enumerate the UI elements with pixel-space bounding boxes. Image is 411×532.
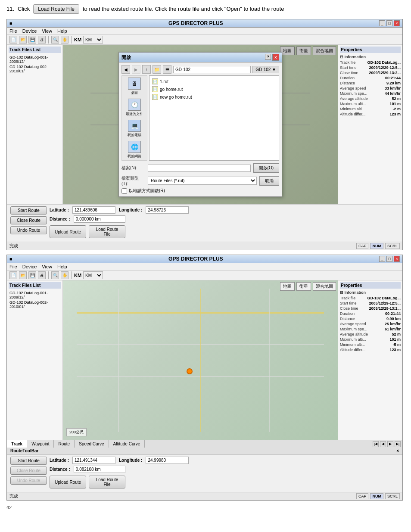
menu-help-2[interactable]: Help	[57, 264, 67, 269]
window-title-1: GPS DIRECTOR PLUS	[12, 20, 379, 26]
tab-waypoint[interactable]: Waypoint	[27, 440, 54, 448]
dialog-list-btn[interactable]: ☰	[163, 65, 171, 74]
file-item-0[interactable]: 📄 1.rut	[151, 78, 277, 85]
toolbar-save-icon[interactable]: 💾	[28, 36, 36, 44]
undo-route-btn-2[interactable]: Undo Route	[10, 476, 47, 485]
dialog-question-btn[interactable]: ?	[265, 54, 271, 60]
tb-save-2[interactable]: 💾	[28, 271, 36, 279]
load-route-file-btn-2[interactable]: Load Route File	[89, 476, 125, 488]
filetype-select[interactable]: Route Files (*.rut)	[148, 177, 257, 185]
dialog-up-btn[interactable]: ↑	[142, 65, 151, 74]
tb-open-2[interactable]: 📂	[19, 271, 27, 279]
file-item-1[interactable]: 📄 go home.rut	[151, 85, 277, 93]
center-map-1: 地圖 衛星 混合地圖 開啟 ? ×	[63, 45, 338, 204]
shortcut-desktop[interactable]: 🖥 桌面	[128, 78, 141, 95]
dialog-fwd-btn[interactable]: ▶	[132, 65, 140, 74]
tab-altitude-curve[interactable]: Altitude Curve	[109, 440, 145, 448]
tab-route[interactable]: Route	[54, 440, 75, 448]
shortcut-recent[interactable]: 🕐 最近的文件	[126, 99, 143, 116]
start-route-btn-1[interactable]: Start Route	[10, 206, 47, 215]
props-duration-1: Duration 00:21:44	[340, 75, 401, 81]
map-btn-hybrid-2[interactable]: 混合地圖	[313, 282, 336, 291]
tab-track[interactable]: Track	[7, 440, 27, 448]
load-route-file-btn-1[interactable]: Load Route File	[89, 225, 125, 238]
mypc-icon: 💻	[128, 120, 141, 132]
close-route-btn-2[interactable]: Close Route	[10, 467, 47, 475]
maximize-btn-1[interactable]: □	[386, 20, 392, 26]
map-btn-sat-2[interactable]: 衛星	[296, 282, 311, 291]
tabs-nav: |◀ ◀ ▶ ▶|	[371, 440, 402, 448]
track-file-2b[interactable]: GD-102 DataLog-002-2010/01/	[9, 300, 61, 309]
toolbar-new-icon[interactable]: 📄	[9, 36, 17, 44]
toolbar-unit-select-1[interactable]: KM MILE	[83, 36, 103, 44]
dialog-close-btn[interactable]: ×	[272, 54, 279, 61]
menu-help-1[interactable]: Help	[57, 28, 67, 34]
tab-speed-curve[interactable]: Speed Curve	[75, 440, 109, 448]
tab-nav-first[interactable]: |◀	[373, 441, 379, 447]
undo-route-btn-1[interactable]: Undo Route	[10, 226, 47, 234]
tb-new-2[interactable]: 📄	[9, 271, 17, 279]
toolbar-unit-2: KM	[74, 273, 81, 278]
menu-file-1[interactable]: File	[9, 28, 17, 34]
menu-view-1[interactable]: View	[42, 28, 52, 34]
readonly-label: 以唯讀方式開啟(R)	[129, 188, 165, 194]
menu-view-2[interactable]: View	[42, 264, 52, 269]
shortcut-network[interactable]: 🌐 我的網路	[128, 141, 141, 159]
lon-label-2: Longitude :	[119, 458, 142, 463]
track-file-1a[interactable]: GD-102 DataLog-001-2009/12/	[9, 55, 61, 64]
upload-route-btn-2[interactable]: Upload Route	[50, 476, 86, 488]
upload-route-btn-1[interactable]: Upload Route	[50, 225, 86, 238]
start-route-btn-2[interactable]: Start Route	[10, 457, 47, 465]
open-btn[interactable]: 開啟(O)	[253, 163, 279, 173]
props-avgalt-1: Average altitude 52 m	[340, 96, 401, 101]
dialog-path: GD-102	[173, 66, 251, 73]
dialog-back-btn[interactable]: ◀	[121, 65, 130, 74]
readonly-checkbox[interactable]	[121, 188, 127, 194]
props-maxalt-2: Maximum alti... 101 m	[340, 337, 401, 342]
status-caps-1: CAP NUM SCRL	[356, 243, 400, 249]
dist-input-2[interactable]	[74, 466, 125, 473]
minimize-btn-2[interactable]: _	[379, 256, 385, 262]
tab-nav-prev[interactable]: ◀	[380, 441, 386, 447]
map-btn-map-2[interactable]: 地圖	[280, 282, 295, 291]
file-item-2[interactable]: 📄 new go home.rut	[151, 93, 277, 101]
close-btn-1[interactable]: ×	[394, 20, 400, 26]
dialog-drive-dropdown[interactable]: GD-102 ▼	[252, 66, 279, 73]
route-toolbar-x[interactable]: ×	[396, 448, 399, 453]
toolbar-print-icon[interactable]: 🖨	[38, 36, 46, 44]
filename-input[interactable]	[148, 165, 251, 172]
maximize-btn-2[interactable]: □	[386, 256, 392, 262]
menu-device-2[interactable]: Device	[22, 264, 37, 269]
close-btn-2[interactable]: ×	[394, 256, 400, 262]
tb-print-2[interactable]: 🖨	[38, 271, 46, 279]
map-road-1v	[118, 289, 119, 432]
tb-zoom-2[interactable]: 🔍	[51, 271, 59, 279]
lat-input-1[interactable]	[72, 206, 115, 214]
track-file-1b[interactable]: GD-102 DataLog-002-2010/01/	[9, 64, 61, 74]
route-buttons-1: Start Route Close Route Undo Route Latit…	[10, 206, 399, 238]
dist-input-1[interactable]	[74, 215, 125, 223]
toolbar-unit-select-2[interactable]: KM MILE	[83, 271, 103, 279]
toolbar-sep-3	[48, 271, 49, 279]
dialog-newfolder-btn[interactable]: 📁	[153, 65, 161, 74]
close-route-btn-1[interactable]: Close Route	[10, 216, 47, 224]
cap-indicator-2: CAP	[356, 493, 369, 499]
shortcut-mypc[interactable]: 💻 我的電腦	[128, 120, 141, 137]
lon-input-2[interactable]	[146, 457, 189, 464]
menu-device-1[interactable]: Device	[22, 28, 37, 34]
lat-input-2[interactable]	[72, 457, 115, 464]
toolbar-pan-icon[interactable]: ✋	[61, 36, 68, 44]
minimize-btn-1[interactable]: _	[379, 20, 385, 26]
tb-pan-2[interactable]: ✋	[61, 271, 68, 279]
cancel-btn[interactable]: 取消	[259, 176, 279, 186]
lon-input-1[interactable]	[146, 206, 189, 214]
load-route-file-inline-button[interactable]: Load Route File	[33, 4, 79, 14]
toolbar-sep-1	[48, 36, 49, 44]
toolbar-zoom-icon[interactable]: 🔍	[51, 36, 59, 44]
tab-nav-last[interactable]: ▶|	[395, 441, 401, 447]
menu-file-2[interactable]: File	[9, 264, 17, 269]
track-file-2a[interactable]: GD-102 DataLog-001-2009/12/	[9, 290, 61, 300]
window-controls-1: _ □ ×	[379, 20, 400, 26]
tab-nav-next[interactable]: ▶	[387, 441, 393, 447]
toolbar-open-icon[interactable]: 📂	[19, 36, 27, 44]
